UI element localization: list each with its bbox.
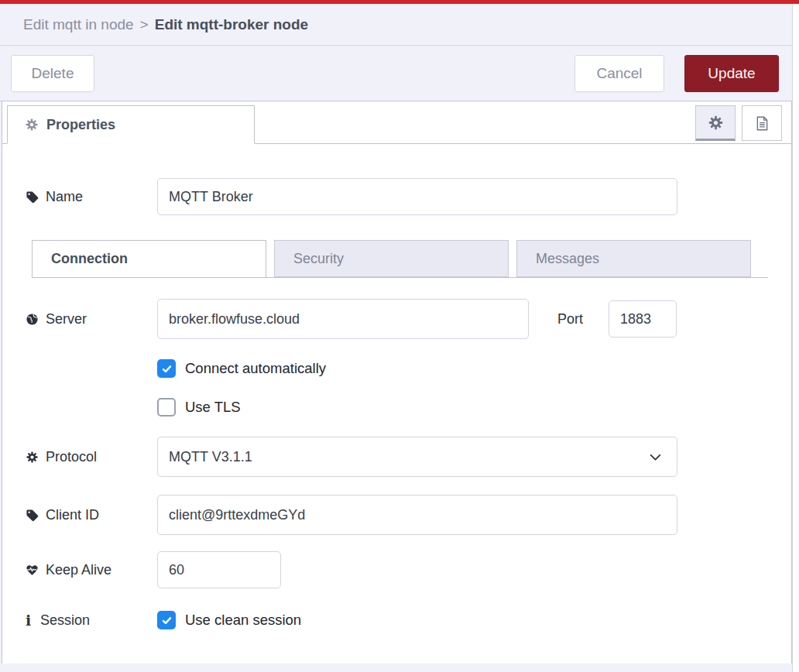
protocol-row: Protocol MQTT V3.1.1 [26,437,768,477]
heartbeat-icon [26,564,39,577]
use-tls-checkbox[interactable] [157,398,176,417]
update-button[interactable]: Update [684,55,779,92]
node-edit-panel: Properties Name Conn [2,101,792,663]
clean-session-label[interactable]: Use clean session [185,612,301,629]
client-id-label-text: Client ID [46,507,99,523]
name-input[interactable] [157,178,677,215]
server-label: Server [26,311,157,327]
server-label-text: Server [46,311,87,327]
use-tls-label[interactable]: Use TLS [185,399,241,416]
connect-automatically-row: Connect automatically [157,359,768,378]
edit-mqtt-broker-dialog: Edit mqtt in node > Edit mqtt-broker nod… [0,0,799,672]
tag-icon [26,190,39,204]
keep-alive-input[interactable] [157,551,281,588]
breadcrumb: Edit mqtt in node > Edit mqtt-broker nod… [0,4,799,46]
server-input[interactable] [157,299,529,339]
tab-connection[interactable]: Connection [32,240,266,277]
keep-alive-row: Keep Alive [26,551,768,588]
client-id-row: Client ID [26,495,768,535]
use-tls-row: Use TLS [157,398,768,417]
protocol-select[interactable]: MQTT V3.1.1 [157,437,677,477]
tab-messages[interactable]: Messages [516,240,751,277]
port-label: Port [557,311,583,327]
port-input[interactable] [609,300,677,338]
name-label-text: Name [46,189,83,205]
protocol-label: Protocol [26,449,157,465]
editor-tab-buttons [695,105,782,141]
tab-security[interactable]: Security [274,240,509,277]
session-label-text: Session [40,612,90,629]
broker-config-form: Name Connection Security Messages Serv [2,144,791,629]
breadcrumb-parent[interactable]: Edit mqtt in node [23,16,134,33]
checkmark-icon [161,363,173,375]
properties-tab-label: Properties [46,117,115,133]
client-id-input[interactable] [157,495,677,535]
gear-icon [26,451,39,464]
dialog-toolbar: Delete Cancel Update [0,46,799,101]
chevron-down-icon [648,450,663,465]
properties-view-button[interactable] [695,105,736,141]
name-row: Name [26,178,768,215]
gear-icon [25,118,39,132]
tab-messages-label: Messages [536,251,599,267]
document-icon [754,115,770,132]
globe-icon [26,313,39,326]
connect-automatically-checkbox[interactable] [157,359,176,378]
server-row: Server Port [26,299,768,339]
scrollbar-gutter[interactable] [792,4,799,672]
gear-icon [708,115,724,131]
checkmark-icon [161,615,173,626]
tab-connection-label: Connection [51,251,128,267]
client-id-label: Client ID [26,507,157,523]
tab-security-label: Security [293,251,344,267]
protocol-label-text: Protocol [46,449,97,465]
name-label: Name [26,189,157,205]
cancel-button[interactable]: Cancel [574,55,664,92]
delete-button[interactable]: Delete [11,55,94,92]
broker-subtabs: Connection Security Messages [32,240,768,278]
info-icon: i [26,612,33,629]
session-label: i Session [26,612,157,629]
keep-alive-label: Keep Alive [26,562,157,578]
tab-properties[interactable]: Properties [7,105,255,144]
breadcrumb-separator: > [140,16,149,33]
clean-session-checkbox[interactable] [157,611,176,629]
breadcrumb-current: Edit mqtt-broker node [155,16,308,33]
description-view-button[interactable] [742,105,782,141]
connect-automatically-label[interactable]: Connect automatically [185,360,326,377]
protocol-selected-value: MQTT V3.1.1 [169,449,252,465]
keep-alive-label-text: Keep Alive [46,562,111,578]
session-row: i Session Use clean session [26,611,768,629]
tag-icon [26,509,39,522]
editor-tabs-row: Properties [2,101,791,144]
